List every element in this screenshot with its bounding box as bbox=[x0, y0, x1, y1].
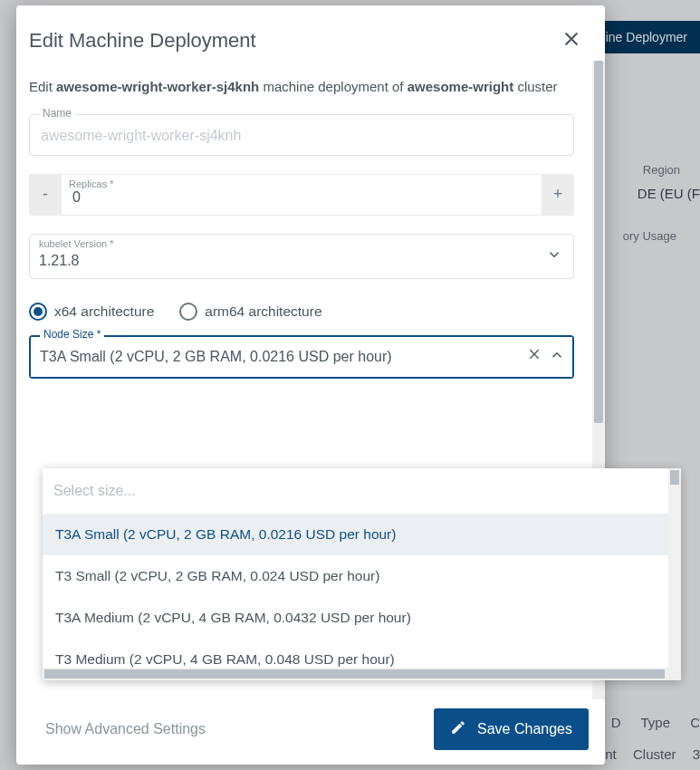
arch-arm64-label: arm64 architecture bbox=[205, 303, 321, 320]
node-size-search-input[interactable] bbox=[43, 468, 657, 514]
dropdown-v-scrollbar-thumb[interactable] bbox=[670, 470, 679, 485]
node-size-option[interactable]: T3A Medium (2 vCPU, 4 GB RAM, 0.0432 USD… bbox=[43, 597, 681, 639]
save-changes-label: Save Changes bbox=[477, 721, 572, 737]
kubelet-version-label: kubelet Version * bbox=[39, 238, 114, 249]
kubelet-version-select[interactable]: kubelet Version * 1.21.8 bbox=[29, 234, 574, 279]
name-input bbox=[30, 115, 573, 155]
dropdown-h-scrollbar-thumb[interactable] bbox=[44, 669, 665, 679]
replicas-increment-button[interactable]: + bbox=[542, 174, 574, 216]
replicas-input[interactable] bbox=[62, 189, 542, 215]
name-label: Name bbox=[39, 107, 75, 120]
close-button[interactable] bbox=[558, 25, 585, 55]
node-size-input[interactable] bbox=[31, 337, 572, 377]
save-changes-button[interactable]: Save Changes bbox=[434, 708, 589, 750]
modal-footer: Show Advanced Settings Save Changes bbox=[16, 699, 605, 765]
close-icon bbox=[561, 38, 581, 52]
replicas-stepper: - Replicas * + bbox=[29, 174, 574, 216]
cluster-name-text: awesome-wright bbox=[408, 79, 514, 94]
replicas-field[interactable]: Replicas * bbox=[62, 174, 542, 216]
node-size-dropdown: T3A Small (2 vCPU, 2 GB RAM, 0.0216 USD … bbox=[43, 468, 681, 680]
modal-scrollbar-thumb[interactable] bbox=[594, 61, 603, 423]
replicas-decrement-button[interactable]: - bbox=[29, 174, 62, 216]
pencil-icon bbox=[450, 719, 466, 739]
modal-title: Edit Machine Deployment bbox=[29, 29, 256, 53]
deployment-name-text: awesome-wright-worker-sj4knh bbox=[56, 79, 259, 94]
name-field: Name bbox=[29, 114, 574, 156]
node-size-option[interactable]: T3A Small (2 vCPU, 2 GB RAM, 0.0216 USD … bbox=[43, 514, 681, 555]
node-size-option-list: T3A Small (2 vCPU, 2 GB RAM, 0.0216 USD … bbox=[43, 514, 681, 680]
clear-icon[interactable] bbox=[527, 347, 542, 367]
node-size-combobox[interactable]: Node Size * bbox=[29, 335, 574, 379]
modal-header: Edit Machine Deployment bbox=[16, 5, 605, 61]
arch-x64-radio[interactable]: x64 architecture bbox=[29, 303, 154, 321]
replicas-label: Replicas * bbox=[62, 175, 542, 189]
arch-x64-label: x64 architecture bbox=[54, 303, 154, 320]
dropdown-h-scrollbar-track[interactable] bbox=[43, 668, 681, 680]
radio-unchecked-icon bbox=[179, 303, 197, 321]
chevron-down-icon bbox=[546, 246, 562, 266]
dropdown-v-scrollbar-track[interactable] bbox=[668, 468, 681, 680]
architecture-radio-group: x64 architecture arm64 architecture bbox=[29, 303, 592, 321]
arch-arm64-radio[interactable]: arm64 architecture bbox=[179, 303, 321, 321]
node-size-label: Node Size * bbox=[40, 328, 104, 341]
modal-description: Edit awesome-wright-worker-sj4knh machin… bbox=[29, 77, 592, 98]
show-advanced-settings-link[interactable]: Show Advanced Settings bbox=[45, 721, 206, 737]
radio-checked-icon bbox=[29, 303, 47, 321]
chevron-up-icon[interactable] bbox=[549, 347, 565, 367]
node-size-option[interactable]: T3 Small (2 vCPU, 2 GB RAM, 0.024 USD pe… bbox=[43, 555, 681, 597]
